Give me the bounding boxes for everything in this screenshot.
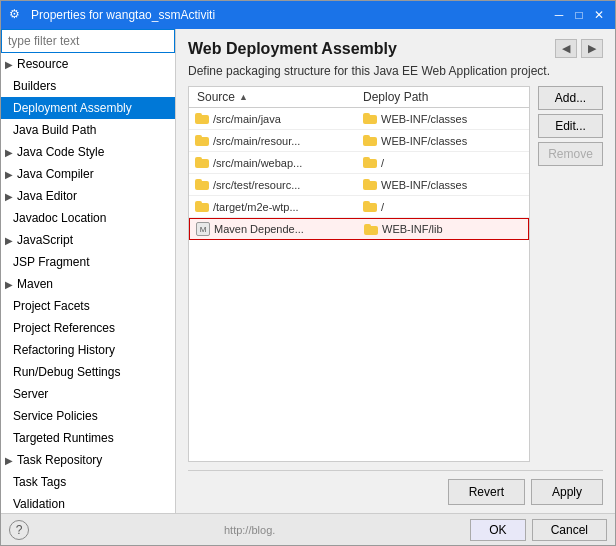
deploy-value: WEB-INF/classes [381, 113, 467, 125]
sidebar-item-task-tags[interactable]: Task Tags [1, 471, 175, 493]
revert-button[interactable]: Revert [448, 479, 525, 505]
sidebar-item-label: Validation [13, 497, 65, 511]
sidebar: ▶ Resource Builders Deployment Assembly … [1, 29, 176, 513]
source-value: /target/m2e-wtp... [213, 201, 299, 213]
bottom-bar: Revert Apply [188, 470, 603, 513]
cell-deploy: WEB-INF/classes [359, 135, 529, 147]
sidebar-item-project-references[interactable]: Project References [1, 317, 175, 339]
sidebar-item-resource[interactable]: ▶ Resource [1, 53, 175, 75]
sidebar-item-refactoring-history[interactable]: Refactoring History [1, 339, 175, 361]
arrow-icon: ▶ [5, 279, 13, 290]
help-button[interactable]: ? [9, 520, 29, 540]
col-source-label: Source [197, 90, 235, 104]
sidebar-item-label: JavaScript [17, 233, 73, 247]
sidebar-item-run-debug-settings[interactable]: Run/Debug Settings [1, 361, 175, 383]
table-row-highlighted[interactable]: M Maven Depende... WEB-INF/lib [189, 218, 529, 240]
cell-deploy: / [359, 201, 529, 213]
sidebar-item-validation[interactable]: Validation [1, 493, 175, 513]
folder-icon [195, 157, 209, 168]
apply-button[interactable]: Apply [531, 479, 603, 505]
nav-forward-button[interactable]: ▶ [581, 39, 603, 58]
minimize-button[interactable]: ─ [551, 7, 567, 23]
deploy-value: / [381, 201, 384, 213]
sidebar-item-maven[interactable]: ▶ Maven [1, 273, 175, 295]
panel-title: Web Deployment Assembly [188, 40, 397, 58]
filter-input[interactable] [1, 29, 175, 53]
cell-source: /src/main/resour... [189, 135, 359, 147]
edit-button[interactable]: Edit... [538, 114, 603, 138]
cell-source: M Maven Depende... [190, 222, 360, 236]
deploy-value: WEB-INF/classes [381, 179, 467, 191]
deploy-value: / [381, 157, 384, 169]
table-row[interactable]: /src/main/webap... / [189, 152, 529, 174]
sidebar-item-label: Builders [13, 79, 56, 93]
properties-window: ⚙ Properties for wangtao_ssmActiviti ─ □… [0, 0, 616, 546]
source-value: /src/main/webap... [213, 157, 302, 169]
sidebar-item-label: Task Repository [17, 453, 102, 467]
sidebar-item-javascript[interactable]: ▶ JavaScript [1, 229, 175, 251]
sidebar-item-label: Targeted Runtimes [13, 431, 114, 445]
table-row[interactable]: /target/m2e-wtp... / [189, 196, 529, 218]
folder-icon [363, 201, 377, 212]
folder-icon [363, 157, 377, 168]
folder-icon [195, 201, 209, 212]
source-value: /src/main/java [213, 113, 281, 125]
remove-button[interactable]: Remove [538, 142, 603, 166]
sidebar-item-java-compiler[interactable]: ▶ Java Compiler [1, 163, 175, 185]
sidebar-item-jsp-fragment[interactable]: JSP Fragment [1, 251, 175, 273]
sidebar-item-task-repository[interactable]: ▶ Task Repository [1, 449, 175, 471]
right-buttons: Add... Edit... Remove [538, 86, 603, 462]
nav-back-button[interactable]: ◀ [555, 39, 577, 58]
arrow-icon: ▶ [5, 235, 13, 246]
arrow-icon: ▶ [5, 191, 13, 202]
sidebar-item-project-facets[interactable]: Project Facets [1, 295, 175, 317]
sidebar-item-service-policies[interactable]: Service Policies [1, 405, 175, 427]
sidebar-item-java-editor[interactable]: ▶ Java Editor [1, 185, 175, 207]
sidebar-item-label: JSP Fragment [13, 255, 89, 269]
sidebar-item-label: Service Policies [13, 409, 98, 423]
close-button[interactable]: ✕ [591, 7, 607, 23]
column-source[interactable]: Source ▲ [189, 90, 359, 104]
panel-description: Define packaging structure for this Java… [188, 64, 603, 78]
deploy-value: WEB-INF/classes [381, 135, 467, 147]
window-title: Properties for wangtao_ssmActiviti [31, 8, 215, 22]
sort-icon: ▲ [239, 92, 248, 102]
folder-icon [363, 113, 377, 124]
footer-bar: ? http://blog. OK Cancel [1, 513, 615, 545]
sidebar-item-label: Java Code Style [17, 145, 104, 159]
panel-header: Web Deployment Assembly ◀ ▶ [188, 39, 603, 58]
sidebar-item-targeted-runtimes[interactable]: Targeted Runtimes [1, 427, 175, 449]
sidebar-item-label: Java Build Path [13, 123, 96, 137]
source-value: /src/main/resour... [213, 135, 300, 147]
title-bar-left: ⚙ Properties for wangtao_ssmActiviti [9, 7, 215, 23]
column-deploy[interactable]: Deploy Path [359, 90, 529, 104]
sidebar-item-label: Project Facets [13, 299, 90, 313]
table-container: Source ▲ Deploy Path /src/main/java [188, 86, 530, 462]
maximize-button[interactable]: □ [571, 7, 587, 23]
sidebar-item-label: Resource [17, 57, 68, 71]
maven-icon: M [196, 222, 210, 236]
sidebar-item-server[interactable]: Server [1, 383, 175, 405]
folder-icon [363, 179, 377, 190]
cancel-button[interactable]: Cancel [532, 519, 607, 541]
table-row[interactable]: /src/main/resour... WEB-INF/classes [189, 130, 529, 152]
cell-deploy: / [359, 157, 529, 169]
add-button[interactable]: Add... [538, 86, 603, 110]
sidebar-item-label: Task Tags [13, 475, 66, 489]
ok-button[interactable]: OK [470, 519, 525, 541]
cell-source: /src/main/webap... [189, 157, 359, 169]
window-icon: ⚙ [9, 7, 25, 23]
sidebar-item-java-code-style[interactable]: ▶ Java Code Style [1, 141, 175, 163]
folder-icon [195, 135, 209, 146]
table-row[interactable]: /src/test/resourc... WEB-INF/classes [189, 174, 529, 196]
table-row[interactable]: /src/main/java WEB-INF/classes [189, 108, 529, 130]
arrow-icon: ▶ [5, 147, 13, 158]
title-controls: ─ □ ✕ [551, 7, 607, 23]
sidebar-item-builders[interactable]: Builders [1, 75, 175, 97]
sidebar-item-javadoc-location[interactable]: Javadoc Location [1, 207, 175, 229]
main-content: ▶ Resource Builders Deployment Assembly … [1, 29, 615, 513]
sidebar-item-label: Deployment Assembly [13, 101, 132, 115]
cell-deploy: WEB-INF/classes [359, 179, 529, 191]
sidebar-item-deployment-assembly[interactable]: Deployment Assembly [1, 97, 175, 119]
sidebar-item-java-build-path[interactable]: Java Build Path [1, 119, 175, 141]
